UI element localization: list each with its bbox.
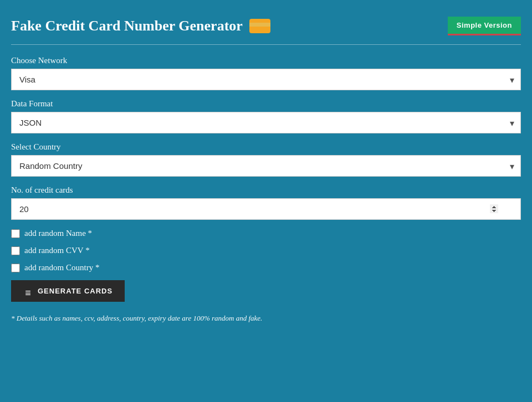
count-section: No. of credit cards (11, 185, 521, 220)
checkbox-cvv-label[interactable]: add random CVV * (24, 246, 90, 255)
page-title: Fake Credit Card Number Generator (11, 18, 270, 34)
country-select[interactable]: Random Country United States United King… (11, 155, 521, 177)
count-input-wrapper (11, 198, 521, 220)
checkbox-country-row: add random Country * (11, 263, 521, 272)
country-select-wrapper: Random Country United States United King… (11, 155, 521, 177)
country-section: Select Country Random Country United Sta… (11, 142, 521, 177)
count-input[interactable] (11, 198, 521, 220)
data-format-label: Data Format (11, 99, 521, 109)
count-label: No. of credit cards (11, 185, 521, 195)
page-title-text: Fake Credit Card Number Generator (11, 18, 243, 34)
header-divider (11, 44, 521, 45)
network-select[interactable]: Visa MasterCard American Express Discove… (11, 69, 521, 90)
network-section: Choose Network Visa MasterCard American … (11, 56, 521, 90)
checkbox-name-row: add random Name * (11, 229, 521, 238)
disclaimer-text: * Details such as names, ccv, address, c… (11, 314, 521, 323)
data-format-section: Data Format JSON CSV XML (11, 99, 521, 133)
header-row: Fake Credit Card Number Generator Simple… (11, 17, 521, 35)
list-icon (23, 287, 33, 295)
checkbox-cvv-row: add random CVV * (11, 246, 521, 255)
main-container: Fake Credit Card Number Generator Simple… (0, 0, 532, 402)
checkbox-country-label[interactable]: add random Country * (24, 263, 99, 272)
checkbox-random-cvv[interactable] (11, 246, 20, 255)
checkbox-name-label[interactable]: add random Name * (24, 229, 92, 238)
generate-btn-label: GENERATE CARDS (38, 287, 112, 295)
data-format-select-wrapper: JSON CSV XML (11, 112, 521, 133)
checkbox-random-country[interactable] (11, 264, 20, 272)
generate-cards-button[interactable]: GENERATE CARDS (11, 280, 125, 302)
network-select-wrapper: Visa MasterCard American Express Discove… (11, 69, 521, 90)
country-label: Select Country (11, 142, 521, 152)
simple-version-button[interactable]: Simple Version (448, 17, 521, 35)
data-format-select[interactable]: JSON CSV XML (11, 112, 521, 133)
credit-card-icon (249, 19, 270, 33)
checkbox-random-name[interactable] (11, 229, 20, 238)
network-label: Choose Network (11, 56, 521, 65)
